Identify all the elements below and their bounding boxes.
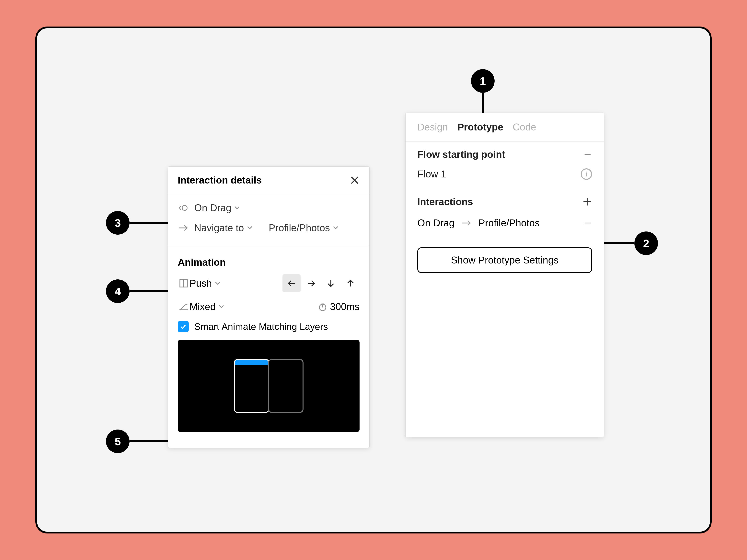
drag-icon bbox=[178, 204, 189, 212]
flow-name[interactable]: Flow 1 bbox=[417, 168, 446, 180]
info-icon[interactable]: i bbox=[581, 168, 592, 180]
prototype-sidebar-panel: Design Prototype Code Flow starting poin… bbox=[406, 113, 604, 437]
chevron-down-icon bbox=[234, 206, 240, 210]
popover-title: Interaction details bbox=[178, 175, 262, 186]
add-interaction-button[interactable] bbox=[582, 197, 592, 207]
remove-flow-button[interactable] bbox=[583, 150, 592, 159]
animation-preview[interactable] bbox=[178, 340, 360, 432]
smart-animate-checkbox[interactable] bbox=[178, 321, 189, 332]
svg-rect-10 bbox=[184, 279, 187, 287]
canvas-stage: 1 2 3 4 5 Design Prototype Code bbox=[35, 27, 712, 533]
remove-interaction-button[interactable] bbox=[583, 218, 592, 228]
animation-section-title: Animation bbox=[178, 250, 360, 270]
flow-section-title: Flow starting point bbox=[417, 149, 505, 160]
chevron-down-icon bbox=[333, 226, 338, 230]
callout-badge: 3 bbox=[106, 211, 130, 235]
show-prototype-settings-button[interactable]: Show Prototype Settings bbox=[417, 247, 592, 273]
flow-section: Flow starting point Flow 1 i bbox=[406, 142, 604, 189]
callout-4: 4 bbox=[106, 279, 175, 303]
action-dropdown[interactable]: Navigate to bbox=[194, 222, 252, 234]
chevron-down-icon bbox=[215, 282, 220, 285]
timer-icon bbox=[318, 302, 327, 312]
arrow-right-icon bbox=[462, 219, 471, 226]
duration-field[interactable]: 300ms bbox=[330, 301, 360, 313]
tab-code[interactable]: Code bbox=[513, 122, 536, 133]
chevron-down-icon bbox=[219, 305, 224, 309]
interaction-trigger: On Drag bbox=[417, 217, 455, 229]
tab-design[interactable]: Design bbox=[417, 122, 448, 133]
animation-type-dropdown[interactable]: Push bbox=[189, 278, 220, 289]
interactions-section-title: Interactions bbox=[417, 196, 473, 208]
tab-prototype[interactable]: Prototype bbox=[458, 122, 503, 133]
interaction-row[interactable]: On Drag Profile/Photos bbox=[417, 214, 592, 230]
easing-icon bbox=[178, 303, 189, 311]
interactions-section: Interactions On Drag Profile/Photos bbox=[406, 189, 604, 237]
callout-badge: 5 bbox=[106, 429, 130, 453]
svg-rect-9 bbox=[180, 279, 184, 287]
callout-2: 2 bbox=[599, 232, 658, 255]
trigger-dropdown[interactable]: On Drag bbox=[194, 202, 240, 214]
chevron-down-icon bbox=[247, 226, 252, 230]
direction-left-button[interactable] bbox=[282, 274, 301, 292]
callout-5: 5 bbox=[106, 429, 175, 453]
push-icon bbox=[178, 278, 189, 288]
easing-dropdown[interactable]: Mixed bbox=[189, 301, 224, 313]
callout-1: 1 bbox=[471, 69, 495, 119]
close-button[interactable] bbox=[350, 175, 360, 185]
callout-3: 3 bbox=[106, 211, 175, 235]
callout-badge: 4 bbox=[106, 279, 130, 303]
navigate-icon bbox=[178, 224, 189, 232]
destination-dropdown[interactable]: Profile/Photos bbox=[269, 222, 338, 234]
callout-badge: 1 bbox=[471, 69, 495, 93]
direction-right-button[interactable] bbox=[302, 274, 320, 292]
svg-point-7 bbox=[182, 205, 187, 210]
sidebar-tabs: Design Prototype Code bbox=[406, 113, 604, 141]
direction-group bbox=[282, 274, 360, 292]
direction-down-button[interactable] bbox=[322, 274, 340, 292]
interaction-details-popover: Interaction details On Drag bbox=[168, 167, 369, 448]
smart-animate-label: Smart Animate Matching Layers bbox=[194, 321, 328, 332]
callout-badge: 2 bbox=[634, 232, 658, 255]
direction-up-button[interactable] bbox=[341, 274, 360, 292]
interaction-dest: Profile/Photos bbox=[479, 217, 540, 229]
